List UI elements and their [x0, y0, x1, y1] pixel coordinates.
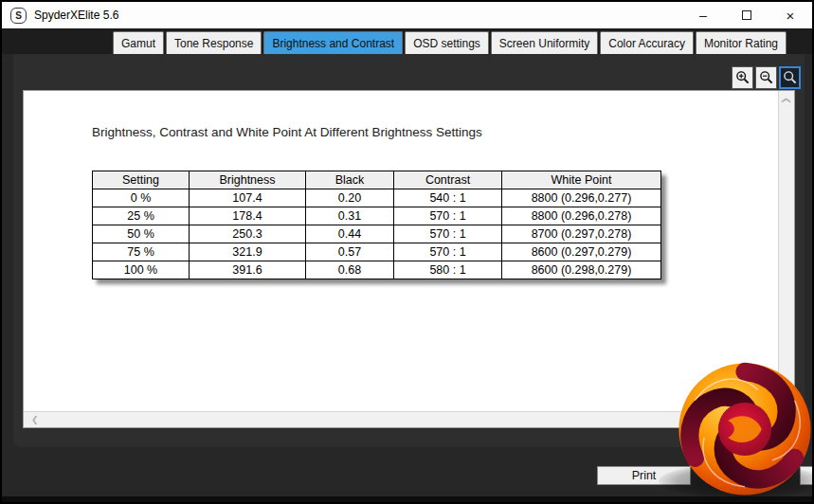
- table-cell: 0.44: [306, 225, 394, 243]
- window-controls: – ×: [681, 2, 812, 28]
- title-bar: S SpyderXElite 5.6 – ×: [2, 2, 812, 28]
- report-title: Brightness, Contrast and White Point At …: [92, 125, 482, 139]
- magnifier-plus-icon: [735, 70, 751, 85]
- table-cell: 50 %: [93, 225, 190, 243]
- tab-strip: GamutTone ResponseBrightness and Contras…: [2, 28, 812, 54]
- horizontal-scrollbar[interactable]: ❮: [24, 411, 778, 427]
- table-header-row: SettingBrightnessBlackContrastWhite Poin…: [93, 171, 661, 189]
- app-icon: S: [10, 8, 27, 24]
- table-cell: 321.9: [190, 243, 306, 261]
- column-header: Contrast: [394, 171, 502, 189]
- table-cell: 8700 (0.297,0.278): [502, 225, 661, 243]
- table-row: 75 %321.90.57570 : 18600 (0.297,0.279): [93, 243, 661, 261]
- tab-brightness-and-contrast[interactable]: Brightness and Contrast: [263, 31, 403, 54]
- close-button[interactable]: ×: [769, 2, 812, 28]
- magnifier-icon: [783, 70, 798, 85]
- table-row: 25 %178.40.31570 : 18800 (0.296,0.278): [93, 207, 661, 225]
- chevron-up-icon[interactable]: ❮: [782, 97, 791, 104]
- column-header: Brightness: [190, 171, 306, 189]
- maximize-icon: [742, 10, 751, 20]
- table-row: 50 %250.30.44570 : 18700 (0.297,0.278): [93, 225, 661, 243]
- zoom-out-button[interactable]: [755, 66, 777, 89]
- table-cell: 391.6: [190, 261, 306, 279]
- tab-monitor-rating[interactable]: Monitor Rating: [696, 31, 787, 54]
- zoom-in-button[interactable]: [732, 66, 753, 89]
- minimize-button[interactable]: –: [681, 2, 725, 28]
- table-body: 0 %107.40.20540 : 18800 (0.296,0.277)25 …: [93, 189, 661, 279]
- table-row: 100 %391.60.68580 : 18600 (0.298,0.279): [93, 261, 661, 279]
- brightness-contrast-table: SettingBrightnessBlackContrastWhite Poin…: [92, 171, 661, 279]
- table-cell: 25 %: [93, 207, 190, 225]
- table-cell: 107.4: [190, 189, 306, 207]
- table-cell: 0 %: [93, 189, 190, 207]
- spyder-swirl-logo: [675, 359, 814, 499]
- tab-tone-response[interactable]: Tone Response: [166, 31, 262, 54]
- tab-osd-settings[interactable]: OSD settings: [405, 31, 489, 54]
- table-cell: 570 : 1: [394, 207, 502, 225]
- tab-screen-uniformity[interactable]: Screen Uniformity: [491, 31, 598, 54]
- maximize-button[interactable]: [725, 2, 769, 28]
- table-cell: 8800 (0.296,0.278): [502, 207, 661, 225]
- table-cell: 8600 (0.297,0.279): [502, 243, 661, 261]
- table-cell: 0.20: [306, 189, 394, 207]
- table-cell: 100 %: [93, 261, 190, 279]
- zoom-reset-button[interactable]: [779, 66, 801, 89]
- table-cell: 570 : 1: [394, 225, 502, 243]
- table-cell: 0.31: [306, 207, 394, 225]
- table-cell: 580 : 1: [394, 261, 502, 279]
- table-cell: 8800 (0.296,0.277): [502, 189, 661, 207]
- app-window: S SpyderXElite 5.6 – × GamutTone Respons…: [0, 0, 814, 504]
- table-cell: 0.68: [306, 261, 394, 279]
- table-cell: 178.4: [190, 207, 306, 225]
- column-header: White Point: [502, 171, 661, 189]
- table-cell: 540 : 1: [394, 189, 502, 207]
- column-header: Black: [306, 171, 394, 189]
- table-cell: 8600 (0.298,0.279): [502, 261, 661, 279]
- column-header: Setting: [93, 171, 190, 189]
- table-cell: 75 %: [93, 243, 190, 261]
- magnifier-minus-icon: [759, 70, 774, 85]
- table-row: 0 %107.40.20540 : 18800 (0.296,0.277): [93, 189, 661, 207]
- table-cell: 570 : 1: [394, 243, 502, 261]
- window-bottom-edge: [2, 496, 812, 502]
- window-title: SpyderXElite 5.6: [34, 9, 118, 22]
- tab-color-accuracy[interactable]: Color Accuracy: [600, 31, 694, 54]
- table-cell: 0.57: [306, 243, 394, 261]
- tab-gamut[interactable]: Gamut: [113, 31, 164, 54]
- chevron-left-icon[interactable]: ❮: [31, 415, 39, 424]
- table-cell: 250.3: [190, 225, 306, 243]
